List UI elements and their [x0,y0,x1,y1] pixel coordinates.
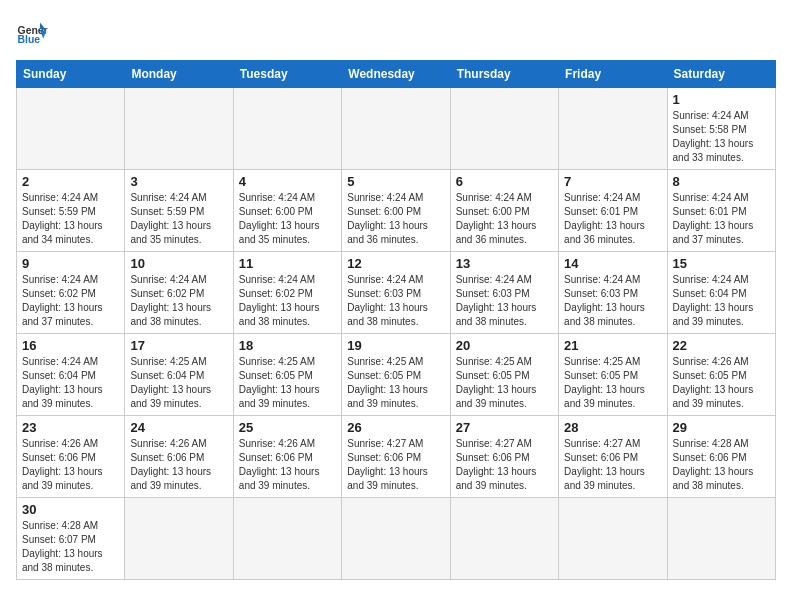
day-info: Sunrise: 4:24 AM Sunset: 6:00 PM Dayligh… [239,191,336,247]
calendar-cell [342,88,450,170]
day-info: Sunrise: 4:24 AM Sunset: 5:58 PM Dayligh… [673,109,770,165]
day-number: 16 [22,338,119,353]
weekday-header-tuesday: Tuesday [233,61,341,88]
day-info: Sunrise: 4:24 AM Sunset: 6:01 PM Dayligh… [673,191,770,247]
day-number: 20 [456,338,553,353]
calendar-cell: 11Sunrise: 4:24 AM Sunset: 6:02 PM Dayli… [233,252,341,334]
calendar-cell: 3Sunrise: 4:24 AM Sunset: 5:59 PM Daylig… [125,170,233,252]
day-info: Sunrise: 4:28 AM Sunset: 6:06 PM Dayligh… [673,437,770,493]
day-info: Sunrise: 4:26 AM Sunset: 6:06 PM Dayligh… [22,437,119,493]
day-number: 4 [239,174,336,189]
calendar-cell: 23Sunrise: 4:26 AM Sunset: 6:06 PM Dayli… [17,416,125,498]
calendar-cell: 7Sunrise: 4:24 AM Sunset: 6:01 PM Daylig… [559,170,667,252]
calendar-cell: 16Sunrise: 4:24 AM Sunset: 6:04 PM Dayli… [17,334,125,416]
calendar-cell [125,498,233,580]
calendar-week-row: 23Sunrise: 4:26 AM Sunset: 6:06 PM Dayli… [17,416,776,498]
calendar-week-row: 9Sunrise: 4:24 AM Sunset: 6:02 PM Daylig… [17,252,776,334]
day-info: Sunrise: 4:24 AM Sunset: 6:00 PM Dayligh… [456,191,553,247]
calendar-cell: 8Sunrise: 4:24 AM Sunset: 6:01 PM Daylig… [667,170,775,252]
calendar-cell [17,88,125,170]
weekday-header-wednesday: Wednesday [342,61,450,88]
calendar-table: SundayMondayTuesdayWednesdayThursdayFrid… [16,60,776,580]
calendar-cell: 2Sunrise: 4:24 AM Sunset: 5:59 PM Daylig… [17,170,125,252]
calendar-cell: 22Sunrise: 4:26 AM Sunset: 6:05 PM Dayli… [667,334,775,416]
day-info: Sunrise: 4:25 AM Sunset: 6:05 PM Dayligh… [347,355,444,411]
day-info: Sunrise: 4:27 AM Sunset: 6:06 PM Dayligh… [347,437,444,493]
day-info: Sunrise: 4:24 AM Sunset: 5:59 PM Dayligh… [130,191,227,247]
calendar-cell: 25Sunrise: 4:26 AM Sunset: 6:06 PM Dayli… [233,416,341,498]
calendar-cell: 30Sunrise: 4:28 AM Sunset: 6:07 PM Dayli… [17,498,125,580]
calendar-cell [233,88,341,170]
day-number: 2 [22,174,119,189]
day-info: Sunrise: 4:27 AM Sunset: 6:06 PM Dayligh… [456,437,553,493]
day-number: 12 [347,256,444,271]
day-info: Sunrise: 4:24 AM Sunset: 6:02 PM Dayligh… [130,273,227,329]
calendar-week-row: 30Sunrise: 4:28 AM Sunset: 6:07 PM Dayli… [17,498,776,580]
day-number: 29 [673,420,770,435]
calendar-cell: 12Sunrise: 4:24 AM Sunset: 6:03 PM Dayli… [342,252,450,334]
logo-icon: General Blue [16,16,48,48]
day-info: Sunrise: 4:24 AM Sunset: 6:00 PM Dayligh… [347,191,444,247]
day-info: Sunrise: 4:25 AM Sunset: 6:05 PM Dayligh… [564,355,661,411]
page-header: General Blue [16,16,776,48]
day-number: 25 [239,420,336,435]
day-number: 28 [564,420,661,435]
weekday-header-sunday: Sunday [17,61,125,88]
day-number: 17 [130,338,227,353]
calendar-cell [125,88,233,170]
day-number: 21 [564,338,661,353]
day-info: Sunrise: 4:24 AM Sunset: 6:01 PM Dayligh… [564,191,661,247]
calendar-cell: 9Sunrise: 4:24 AM Sunset: 6:02 PM Daylig… [17,252,125,334]
day-number: 19 [347,338,444,353]
day-number: 1 [673,92,770,107]
calendar-cell: 19Sunrise: 4:25 AM Sunset: 6:05 PM Dayli… [342,334,450,416]
day-number: 8 [673,174,770,189]
calendar-week-row: 1Sunrise: 4:24 AM Sunset: 5:58 PM Daylig… [17,88,776,170]
day-info: Sunrise: 4:26 AM Sunset: 6:06 PM Dayligh… [239,437,336,493]
calendar-cell: 26Sunrise: 4:27 AM Sunset: 6:06 PM Dayli… [342,416,450,498]
day-info: Sunrise: 4:24 AM Sunset: 6:04 PM Dayligh… [22,355,119,411]
calendar-cell: 5Sunrise: 4:24 AM Sunset: 6:00 PM Daylig… [342,170,450,252]
calendar-cell: 4Sunrise: 4:24 AM Sunset: 6:00 PM Daylig… [233,170,341,252]
calendar-cell: 21Sunrise: 4:25 AM Sunset: 6:05 PM Dayli… [559,334,667,416]
calendar-cell [559,498,667,580]
calendar-cell [233,498,341,580]
day-info: Sunrise: 4:24 AM Sunset: 6:04 PM Dayligh… [673,273,770,329]
calendar-cell [667,498,775,580]
calendar-cell [450,498,558,580]
day-number: 6 [456,174,553,189]
logo: General Blue [16,16,48,48]
day-info: Sunrise: 4:25 AM Sunset: 6:05 PM Dayligh… [239,355,336,411]
day-number: 11 [239,256,336,271]
day-number: 7 [564,174,661,189]
weekday-header-saturday: Saturday [667,61,775,88]
day-number: 27 [456,420,553,435]
day-info: Sunrise: 4:24 AM Sunset: 6:02 PM Dayligh… [22,273,119,329]
calendar-cell: 10Sunrise: 4:24 AM Sunset: 6:02 PM Dayli… [125,252,233,334]
weekday-header-monday: Monday [125,61,233,88]
day-info: Sunrise: 4:25 AM Sunset: 6:05 PM Dayligh… [456,355,553,411]
day-info: Sunrise: 4:28 AM Sunset: 6:07 PM Dayligh… [22,519,119,575]
calendar-cell: 13Sunrise: 4:24 AM Sunset: 6:03 PM Dayli… [450,252,558,334]
day-number: 5 [347,174,444,189]
calendar-cell: 6Sunrise: 4:24 AM Sunset: 6:00 PM Daylig… [450,170,558,252]
calendar-cell [559,88,667,170]
day-number: 30 [22,502,119,517]
calendar-cell: 1Sunrise: 4:24 AM Sunset: 5:58 PM Daylig… [667,88,775,170]
day-number: 18 [239,338,336,353]
calendar-cell: 15Sunrise: 4:24 AM Sunset: 6:04 PM Dayli… [667,252,775,334]
day-number: 14 [564,256,661,271]
day-info: Sunrise: 4:24 AM Sunset: 6:02 PM Dayligh… [239,273,336,329]
calendar-cell: 29Sunrise: 4:28 AM Sunset: 6:06 PM Dayli… [667,416,775,498]
day-info: Sunrise: 4:24 AM Sunset: 5:59 PM Dayligh… [22,191,119,247]
day-info: Sunrise: 4:24 AM Sunset: 6:03 PM Dayligh… [564,273,661,329]
day-info: Sunrise: 4:25 AM Sunset: 6:04 PM Dayligh… [130,355,227,411]
day-info: Sunrise: 4:24 AM Sunset: 6:03 PM Dayligh… [456,273,553,329]
calendar-cell: 27Sunrise: 4:27 AM Sunset: 6:06 PM Dayli… [450,416,558,498]
calendar-cell: 24Sunrise: 4:26 AM Sunset: 6:06 PM Dayli… [125,416,233,498]
calendar-week-row: 16Sunrise: 4:24 AM Sunset: 6:04 PM Dayli… [17,334,776,416]
weekday-header-thursday: Thursday [450,61,558,88]
day-number: 26 [347,420,444,435]
day-number: 10 [130,256,227,271]
day-number: 23 [22,420,119,435]
